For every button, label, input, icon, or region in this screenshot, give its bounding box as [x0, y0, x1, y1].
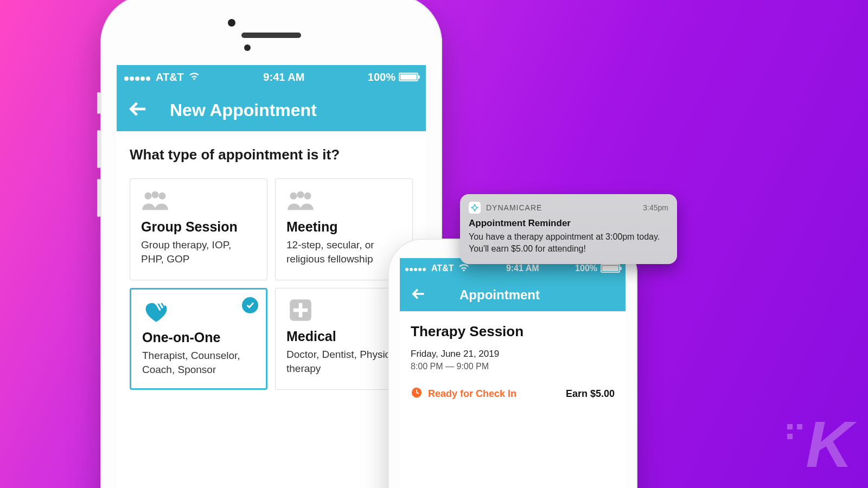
back-button[interactable]	[127, 99, 148, 121]
session-title: Therapy Session	[411, 323, 615, 340]
card-subtitle: Group therapy, IOP, PHP, GOP	[141, 238, 256, 266]
svg-point-3	[159, 192, 166, 200]
svg-point-19	[477, 207, 478, 209]
clock-icon	[411, 387, 423, 401]
notification-time: 3:45pm	[643, 203, 668, 212]
card-title: Meeting	[286, 219, 401, 235]
svg-point-4	[290, 192, 297, 200]
status-time: 9:41 AM	[263, 71, 304, 84]
notification-title: Appointment Reminder	[469, 218, 668, 229]
status-bar: AT&T 9:41 AM 100%	[117, 65, 426, 89]
phone-mute-switch	[97, 92, 100, 114]
card-title: One-on-One	[142, 330, 255, 345]
svg-point-18	[471, 207, 473, 209]
signal-dots-icon	[124, 71, 151, 84]
phone-left-screen: AT&T 9:41 AM 100% New Appointment What t…	[117, 65, 426, 488]
card-one-on-one[interactable]: One-on-One Therapist, Counselor, Coach, …	[130, 288, 267, 390]
earn-label: Earn $5.00	[566, 388, 615, 400]
card-subtitle: Doctor, Dentist, Physical therapy	[286, 348, 401, 375]
app-icon	[469, 202, 481, 214]
status-time: 9:41 AM	[506, 264, 539, 273]
svg-rect-12	[293, 309, 308, 312]
brand-watermark: K	[806, 407, 850, 481]
push-notification[interactable]: DYNAMICARE 3:45pm Appointment Reminder Y…	[460, 194, 677, 264]
checkin-status: Ready for Check In	[428, 388, 516, 400]
card-subtitle: Therapist, Counselor, Coach, Sponsor	[142, 349, 255, 376]
appointment-type-content: What type of appointment is it? Group Se…	[117, 131, 426, 405]
nav-bar: New Appointment	[117, 89, 426, 131]
signal-dots-icon	[405, 264, 427, 273]
svg-point-16	[474, 204, 476, 206]
carrier-label: AT&T	[431, 264, 454, 273]
session-time: 8:00 PM — 9:00 PM	[411, 362, 615, 371]
nav-bar: Appointment	[400, 279, 626, 311]
carrier-label: AT&T	[156, 71, 184, 84]
nav-title: Appointment	[459, 287, 540, 303]
watermark-letter: K	[806, 408, 850, 480]
appointment-type-grid: Group Session Group therapy, IOP, PHP, G…	[130, 178, 413, 390]
phone-camera	[228, 19, 235, 27]
watermark-dots-icon	[787, 424, 802, 439]
phone-speaker	[241, 33, 301, 38]
notification-app-name: DYNAMICARE	[486, 203, 542, 212]
svg-point-2	[152, 191, 159, 198]
wifi-icon	[188, 70, 200, 85]
svg-point-17	[474, 210, 476, 211]
people-icon	[286, 189, 401, 215]
phone-volume-up	[97, 130, 100, 168]
checkin-row[interactable]: Ready for Check In Earn $5.00	[411, 387, 615, 401]
svg-point-1	[145, 192, 152, 200]
card-title: Medical	[286, 329, 401, 344]
phone-volume-down	[97, 179, 100, 217]
prompt-question: What type of appointment is it?	[130, 146, 413, 163]
check-icon	[242, 297, 258, 313]
notification-body: You have a therapy appointment at 3:00pm…	[469, 231, 668, 254]
svg-point-6	[304, 192, 311, 200]
battery-icon	[601, 264, 620, 273]
battery-percent: 100%	[575, 264, 597, 273]
heart-hands-icon	[142, 299, 255, 325]
phone-right: AT&T 9:41 AM 100% Appointment Therapy Se…	[388, 239, 637, 488]
appointment-detail: Therapy Session Friday, June 21, 2019 8:…	[400, 311, 626, 413]
svg-point-5	[297, 191, 304, 198]
card-subtitle: 12-step, secular, or religious fellowshi…	[286, 238, 401, 266]
card-group-session[interactable]: Group Session Group therapy, IOP, PHP, G…	[130, 178, 267, 280]
people-icon	[141, 189, 256, 215]
medical-cross-icon	[286, 298, 401, 324]
back-button[interactable]	[411, 286, 426, 304]
session-date: Friday, June 21, 2019	[411, 349, 615, 359]
card-title: Group Session	[141, 219, 256, 235]
svg-point-15	[473, 206, 477, 210]
battery-percent: 100%	[368, 71, 395, 84]
nav-title: New Appointment	[170, 100, 317, 120]
phone-right-screen: AT&T 9:41 AM 100% Appointment Therapy Se…	[400, 258, 626, 488]
battery-icon	[399, 73, 418, 81]
phone-sensor	[244, 44, 251, 51]
